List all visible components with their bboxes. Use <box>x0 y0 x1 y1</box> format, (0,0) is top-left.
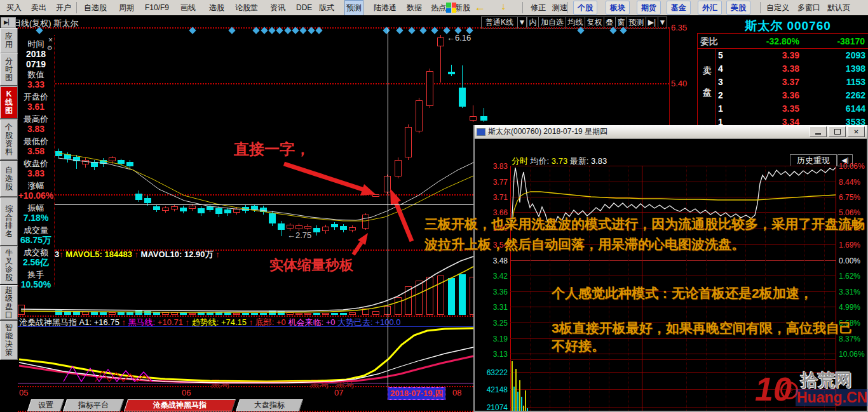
intraday-price-label: 3.31 <box>480 303 508 312</box>
candle <box>437 37 444 46</box>
indicator-header-part: 趋势线: +74.15 <box>189 317 249 327</box>
volume-bar <box>162 312 169 315</box>
weibi-percent: -32.80% <box>742 36 799 46</box>
sidebar-tab-智能决策[interactable]: 智能决策 <box>0 321 18 360</box>
sidebar-tab-应用[interactable]: 应用 <box>0 28 18 53</box>
info-value-最低价: 3.58 <box>18 146 54 156</box>
sidebar-tab-综合排名[interactable]: 综合排名 <box>0 197 18 246</box>
candle <box>233 209 240 213</box>
volume-bar <box>372 311 379 315</box>
mavol-header-part: ↑ <box>215 249 220 259</box>
queue-row-num: 5 <box>718 50 723 60</box>
volume-bar <box>215 312 222 315</box>
crosshair-date-label: 2018-07-19,四 <box>388 387 445 400</box>
candle <box>313 228 320 232</box>
intraday-volume-bar <box>513 387 515 412</box>
annotation-line5: 不好接。 <box>552 337 605 355</box>
intraday-vol-label: 21074 <box>475 403 508 412</box>
horse-watermark: 黑马 <box>310 378 329 390</box>
candle <box>189 206 196 209</box>
intraday-grid-line <box>510 276 836 276</box>
volume-bar <box>109 312 116 315</box>
volume-bar <box>135 310 142 315</box>
sell-side-label: 卖 <box>703 65 712 77</box>
volume-bar <box>118 312 125 315</box>
volume-bar <box>207 312 214 315</box>
volume-bar <box>426 277 433 315</box>
queue-row-num: 3 <box>718 77 723 87</box>
crosshair-vertical <box>388 27 388 387</box>
candle <box>162 208 169 211</box>
weibi-divider <box>698 48 868 49</box>
sidebar-tab-牛叉诊股[interactable]: 牛叉诊股 <box>0 246 18 284</box>
sidebar-tab-超级盘口[interactable]: 超级盘口 <box>0 285 18 320</box>
candle <box>372 194 379 197</box>
stock-title: 斯太尔 000760 <box>724 18 851 34</box>
volume-bar <box>55 310 62 315</box>
info-value-成交量: 68.75万 <box>18 235 54 246</box>
queue-row-volume: 1153 <box>818 77 865 87</box>
intraday-info-part: 3.73 <box>552 156 567 166</box>
queue-row-volume: 1398 <box>818 63 865 74</box>
candle <box>82 160 89 164</box>
indicator-violet-line <box>18 383 473 383</box>
candle <box>153 206 160 210</box>
bottom-tab-沧桑战神黑马指[interactable]: 沧桑战神黑马指 <box>124 399 236 411</box>
watermark-en: Huang.CN <box>796 389 868 406</box>
sidebar-tab-K线图[interactable]: K线图 <box>0 86 18 119</box>
volume-bar <box>233 313 240 315</box>
candle <box>470 116 477 121</box>
indicator-header-part: 沧桑战神黑马指 <box>19 317 77 327</box>
sidebar-tab-个股资料[interactable]: 个股资料 <box>0 119 18 160</box>
info-value-换手: 10.50% <box>18 279 54 289</box>
annotation-one-word-board: 直接一字， <box>234 139 310 159</box>
intraday-price-label: 3.42 <box>480 272 508 281</box>
intraday-info-part: 3.83 <box>591 156 607 166</box>
queue-row-volume: 2093 <box>818 50 865 60</box>
plot-left-border <box>510 166 511 412</box>
intraday-price-label: 3.77 <box>480 178 508 187</box>
x-axis-label: 05 <box>19 388 28 397</box>
annotation-shrink-volume: 实体缩量秒板 <box>269 256 353 275</box>
candle <box>304 226 311 229</box>
volume-bar <box>198 312 205 315</box>
bottom-tab-大盘指标[interactable]: 大盘指标 <box>236 399 303 411</box>
annotation-line2: 波拉升上板，然后自动回落，用呆滞的心电图波洗盘。 <box>424 236 745 253</box>
intraday-grid-line <box>510 182 836 182</box>
volume-bar <box>362 309 369 315</box>
sidebar-tab-分时图[interactable]: 分时图 <box>0 53 18 86</box>
intraday-pct-label: 10.06% <box>839 350 865 359</box>
bottom-tab-设置[interactable]: 设置 <box>27 399 64 411</box>
volume-bar <box>153 312 160 315</box>
intraday-pct-label: 10.06% <box>839 162 865 171</box>
intraday-volume-bar <box>527 408 528 412</box>
volume-bar <box>269 310 276 315</box>
intraday-grid-line <box>510 307 836 307</box>
volume-bar <box>91 312 98 315</box>
volume-bar <box>260 313 267 315</box>
intraday-pct-label: 0.00% <box>839 256 860 265</box>
info-value-数值: 3.33 <box>18 79 54 90</box>
intraday-info-part: 均价: <box>528 156 552 166</box>
volume-bar <box>295 313 302 315</box>
volume-bar <box>322 313 329 315</box>
sidebar-collapse-button[interactable]: ▶▏ <box>1 17 16 28</box>
queue-row-volume: 6144 <box>818 103 865 114</box>
intraday-grid-line <box>510 260 836 261</box>
bottom-tab-指标平台[interactable]: 指标平台 <box>63 399 124 411</box>
candle <box>73 157 80 161</box>
volume-bar <box>304 313 311 315</box>
grid-dotted-line <box>18 27 669 29</box>
candle <box>198 208 205 213</box>
candle <box>331 224 338 227</box>
price-axis-top-label: 6.35 <box>671 23 687 32</box>
candle <box>340 226 347 230</box>
history-replay-button[interactable]: 历史重现 <box>790 154 837 166</box>
candle <box>459 88 466 107</box>
indicator-header-part: A1: +16.75 <box>77 317 121 327</box>
sidebar-tab-自选股[interactable]: 自选股 <box>0 161 18 197</box>
volume-bar <box>126 312 133 315</box>
volume-bar <box>437 276 444 315</box>
info-value-开盘价: 3.61 <box>18 102 54 112</box>
volume-bar <box>73 311 80 315</box>
